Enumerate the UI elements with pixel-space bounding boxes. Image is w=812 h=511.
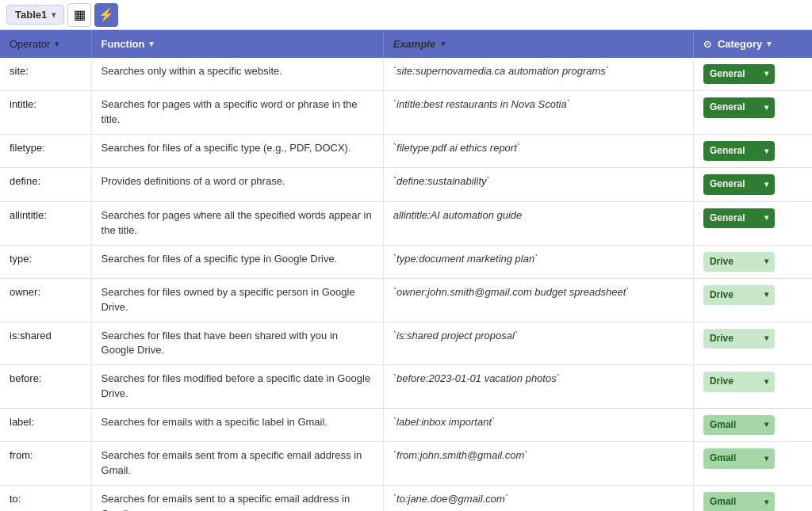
header-category-label: Category: [718, 38, 762, 50]
cell-category: Gmail▾: [693, 486, 812, 511]
cell-example: `label:inbox important`: [383, 409, 693, 442]
table-row: is:sharedSearches for files that have be…: [0, 322, 812, 365]
lightning-button[interactable]: ⚡: [94, 3, 118, 27]
cell-function: Searches for files modified before a spe…: [91, 365, 383, 409]
cell-function: Searches for files of a specific type in…: [91, 245, 383, 278]
cell-example: allintitle:AI automation guide: [383, 201, 693, 245]
badge-chevron-icon: ▾: [764, 453, 768, 465]
category-badge[interactable]: Drive▾: [703, 252, 775, 272]
badge-chevron-icon: ▾: [764, 333, 768, 345]
category-badge-label: General: [710, 177, 745, 191]
table-row: owner:Searches for files owned by a spec…: [0, 278, 812, 322]
category-badge[interactable]: Drive▾: [703, 285, 775, 305]
category-badge[interactable]: Drive▾: [703, 372, 775, 391]
category-badge[interactable]: General▾: [703, 174, 775, 194]
lightning-icon: ⚡: [98, 7, 114, 22]
cell-category: General▾: [693, 168, 812, 201]
category-badge-label: Drive: [710, 332, 733, 345]
cell-operator: type:: [0, 245, 91, 278]
category-badge[interactable]: General▾: [703, 208, 775, 228]
category-badge[interactable]: Gmail▾: [703, 492, 775, 511]
cell-example: `intitle:best restaurants in Nova Scotia…: [383, 91, 693, 135]
cell-example: `filetype:pdf ai ethics report`: [383, 135, 693, 168]
table-row: filetype:Searches for files of a specifi…: [0, 135, 812, 168]
sort-category-icon: ▾: [767, 39, 772, 49]
header-example[interactable]: Example ▾: [383, 30, 693, 58]
category-badge[interactable]: General▾: [703, 97, 775, 117]
table-body: site:Searches only within a specific web…: [0, 58, 812, 511]
category-badge-label: General: [710, 212, 745, 225]
cell-function: Searches for emails with a specific labe…: [91, 409, 383, 442]
category-badge-label: General: [710, 144, 745, 158]
link-icon: ⊙: [703, 39, 711, 50]
cell-category: General▾: [693, 91, 812, 135]
cell-example: `type:document marketing plan`: [383, 245, 693, 278]
table-tab[interactable]: Table1 ▾: [6, 5, 64, 25]
cell-category: Drive▾: [693, 322, 812, 365]
table-wrapper: Operator ▾ Function ▾ Example ▾: [0, 30, 812, 511]
cell-example: `owner:john.smith@gmail.com budget sprea…: [383, 278, 693, 322]
badge-chevron-icon: ▾: [764, 256, 768, 268]
category-badge[interactable]: General▾: [703, 141, 775, 161]
category-badge-label: Gmail: [710, 495, 736, 509]
cell-example: `before:2023-01-01 vacation photos`: [383, 365, 693, 409]
table-row: define:Provides definitions of a word or…: [0, 168, 812, 201]
table-row: from:Searches for emails sent from a spe…: [0, 442, 812, 486]
cell-example: `to:jane.doe@gmail.com`: [383, 486, 693, 511]
cell-category: General▾: [693, 58, 812, 91]
badge-chevron-icon: ▾: [764, 497, 768, 509]
table-row: site:Searches only within a specific web…: [0, 58, 812, 91]
cell-operator: site:: [0, 58, 91, 91]
category-badge-label: Gmail: [710, 418, 736, 432]
header-category[interactable]: ⊙ Category ▾: [693, 30, 812, 58]
category-badge-label: General: [710, 101, 745, 114]
cell-operator: intitle:: [0, 91, 91, 135]
table-row: type:Searches for files of a specific ty…: [0, 245, 812, 278]
cell-operator: from:: [0, 442, 91, 486]
table-tab-chevron: ▾: [52, 10, 56, 19]
category-badge-label: General: [710, 67, 745, 81]
category-badge-label: Drive: [710, 375, 733, 388]
cell-example: `from:john.smith@gmail.com`: [383, 442, 693, 486]
table-row: to:Searches for emails sent to a specifi…: [0, 486, 812, 511]
category-badge-label: Gmail: [710, 452, 736, 465]
cell-category: Gmail▾: [693, 442, 812, 486]
cell-operator: filetype:: [0, 135, 91, 168]
badge-chevron-icon: ▾: [764, 212, 768, 224]
cell-function: Searches for emails sent from a specific…: [91, 442, 383, 486]
header-function[interactable]: Function ▾: [91, 30, 383, 58]
grid-icon: ▦: [74, 7, 86, 22]
cell-category: Drive▾: [693, 365, 812, 409]
sort-function-icon: ▾: [149, 39, 154, 49]
table-tab-label: Table1: [15, 9, 47, 21]
header-function-label: Function: [102, 38, 145, 50]
cell-operator: is:shared: [0, 322, 91, 365]
sort-operator-icon: ▾: [55, 39, 59, 49]
badge-chevron-icon: ▾: [764, 419, 768, 431]
cell-example: `is:shared project proposal`: [383, 322, 693, 365]
main-table: Operator ▾ Function ▾ Example ▾: [0, 30, 812, 511]
category-badge[interactable]: Gmail▾: [703, 415, 775, 435]
cell-category: General▾: [693, 135, 812, 168]
category-badge[interactable]: Drive▾: [703, 329, 775, 349]
cell-category: Drive▾: [693, 245, 812, 278]
badge-chevron-icon: ▾: [764, 289, 768, 301]
header-example-label: Example: [393, 38, 435, 50]
cell-example: `site:supernovamedia.ca automation progr…: [383, 58, 693, 91]
cell-operator: allintitle:: [0, 201, 91, 245]
cell-function: Provides definitions of a word or phrase…: [91, 168, 383, 201]
cell-function: Searches for emails sent to a specific e…: [91, 486, 383, 511]
grid-view-button[interactable]: ▦: [67, 3, 91, 27]
header-operator[interactable]: Operator ▾: [0, 30, 91, 58]
category-badge-label: Drive: [710, 255, 733, 269]
cell-function: Searches for pages with a specific word …: [91, 91, 383, 135]
category-badge[interactable]: Gmail▾: [703, 448, 775, 468]
category-badge[interactable]: General▾: [703, 64, 775, 84]
cell-operator: define:: [0, 168, 91, 201]
cell-function: Searches for files of a specific type (e…: [91, 135, 383, 168]
cell-operator: to:: [0, 486, 91, 511]
cell-category: Drive▾: [693, 278, 812, 322]
cell-category: Gmail▾: [693, 409, 812, 442]
header-operator-label: Operator: [10, 38, 50, 50]
table-row: allintitle:Searches for pages where all …: [0, 201, 812, 245]
